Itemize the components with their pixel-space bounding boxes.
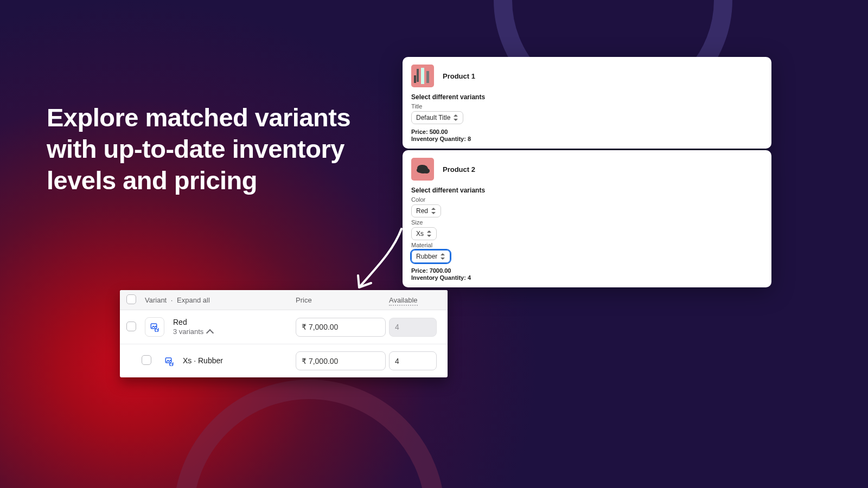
product-card-2: Product 2 Select different variants Colo… [403,150,771,287]
variants-table: Variant · Expand all Price Available Red… [120,290,448,377]
product-thumbnail-icon [411,65,434,87]
variant-count-toggle[interactable]: 3 variants [173,328,213,337]
title-select-value: Default Title [416,114,450,121]
material-label: Material [411,242,763,248]
table-row: Xs · Rubber ₹ 7,000.00 4 [120,344,448,377]
available-input: 4 [389,318,437,337]
row-checkbox[interactable] [142,355,151,365]
material-select[interactable]: Rubber [411,250,450,263]
select-variants-label: Select different variants [411,93,763,101]
sort-icon [431,208,436,214]
price-column-header: Price [296,296,389,304]
expand-all-button[interactable]: Expand all [177,296,210,304]
inventory-line: Inventory Quantity: 4 [411,274,763,281]
product-name: Product 2 [443,165,475,174]
chevron-up-icon [206,329,214,337]
size-select[interactable]: Xs [411,227,437,240]
variant-image-placeholder[interactable] [145,317,164,337]
size-label: Size [411,219,763,226]
product-name: Product 1 [443,72,475,80]
image-sync-icon [164,356,174,366]
inventory-line: Inventory Quantity: 8 [411,136,763,142]
variant-name: Red [173,317,213,327]
sort-icon [453,114,458,121]
color-select-value: Red [416,207,428,215]
available-column-header: Available [389,296,418,306]
arrow-icon [347,223,407,294]
image-sync-icon [150,322,159,332]
title-label: Title [411,103,763,110]
select-variants-label: Select different variants [411,187,763,194]
available-input[interactable]: 4 [389,351,437,370]
price-input[interactable]: ₹ 7,000.00 [296,351,386,370]
bg-ring-bottom [174,380,445,488]
price-line: Price: 7000.00 [411,267,763,274]
color-label: Color [411,196,763,203]
title-select[interactable]: Default Title [411,111,463,124]
row-checkbox[interactable] [126,322,136,331]
price-input[interactable]: ₹ 7,000.00 [296,318,386,337]
sort-icon [440,253,445,260]
product-cards-panel: Product 1 Select different variants Titl… [403,57,771,287]
sort-icon [426,230,432,237]
table-row: Red 3 variants ₹ 7,000.00 4 [120,310,448,344]
variant-name: Xs · Rubber [183,356,223,365]
headline: Explore matched variants with up-to-date… [47,102,372,196]
size-select-value: Xs [416,230,424,237]
select-all-checkbox[interactable] [126,294,136,304]
product-thumbnail-icon [411,158,434,181]
price-line: Price: 500.00 [411,129,763,135]
material-select-value: Rubber [416,253,437,260]
color-select[interactable]: Red [411,204,441,217]
table-header: Variant · Expand all Price Available [120,290,448,310]
variant-column-header: Variant [145,296,167,304]
product-card-1: Product 1 Select different variants Titl… [403,57,771,149]
